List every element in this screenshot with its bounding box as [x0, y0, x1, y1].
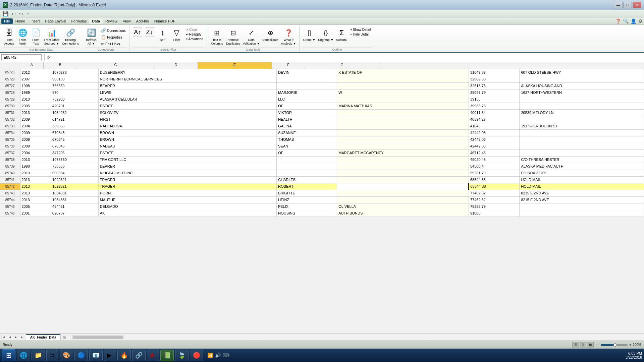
cell-b[interactable]: 766659 — [51, 82, 99, 89]
customize-qa[interactable]: ▼ — [26, 12, 30, 15]
cell-c[interactable]: NORTHERN TECHNICAL SERVICES — [98, 76, 277, 82]
cell-a[interactable]: 1998 — [20, 163, 51, 170]
cell-a[interactable]: 2007 — [20, 76, 51, 82]
cell-f[interactable]: 46712.48 — [469, 149, 519, 156]
cell-f[interactable]: 77462.32 — [469, 196, 519, 203]
cell-f[interactable]: 54500.4 — [469, 163, 519, 170]
data-validation-button[interactable]: ✓ DataValidation ▼ — [242, 27, 261, 46]
menu-insert[interactable]: Insert — [28, 18, 43, 24]
row-number[interactable]: 85746 — [0, 210, 20, 217]
cell-a[interactable]: 2013 — [20, 176, 51, 183]
cell-e[interactable] — [337, 76, 469, 82]
taskbar-acrobat[interactable]: A — [147, 350, 159, 361]
cell-g[interactable]: C/O THRESA HESTER — [520, 156, 644, 163]
cell-d[interactable]: THOMAS — [277, 136, 337, 143]
cell-d[interactable]: HEALTH — [277, 116, 337, 123]
taskbar-folder[interactable]: 🗂 — [46, 350, 58, 361]
cell-g[interactable] — [520, 76, 644, 82]
start-button[interactable]: ⊞ — [2, 349, 15, 361]
page-break-button[interactable]: ⊞ — [587, 342, 594, 348]
cell-a[interactable]: 2005 — [20, 103, 51, 109]
cell-b[interactable]: 347206 — [51, 149, 99, 156]
cell-b[interactable]: 434451 — [51, 203, 99, 210]
cell-d[interactable]: SEAN — [277, 143, 337, 149]
cell-b[interactable]: 752933 — [51, 96, 99, 103]
cell-a[interactable]: 2013 — [20, 156, 51, 163]
cell-c[interactable]: DUSENBERRY — [98, 69, 277, 76]
sort-az-button[interactable]: A↑ — [132, 27, 143, 38]
cell-b[interactable]: 670845 — [51, 136, 99, 143]
redo-icon[interactable]: ↪ — [18, 11, 24, 16]
cell-b[interactable]: 420701 — [51, 103, 99, 109]
cell-g[interactable] — [520, 116, 644, 123]
cell-b[interactable]: 1022621 — [51, 176, 99, 183]
cell-e[interactable] — [337, 109, 469, 116]
cell-e[interactable] — [337, 136, 469, 143]
cell-d[interactable]: FELIX — [277, 203, 337, 210]
row-number[interactable]: 85729 — [0, 96, 20, 103]
cell-a[interactable]: 1998 — [20, 82, 51, 89]
cell-c[interactable]: RADJABOVA — [98, 123, 277, 129]
cell-d[interactable]: MARJORIE — [277, 89, 337, 96]
cell-c[interactable]: ALASKA 3 CELLULAR — [98, 96, 277, 103]
cell-b[interactable]: 970 — [51, 89, 99, 96]
col-header-d[interactable]: D — [154, 62, 198, 69]
sheet-tab-ak-finder[interactable]: AK_Finder_Data — [26, 334, 61, 340]
hide-detail-button[interactable]: − Hide Detail — [349, 32, 372, 37]
cell-a[interactable]: 2009 — [20, 143, 51, 149]
name-box[interactable] — [1, 54, 42, 60]
remove-duplicates-button[interactable]: ⊟ RemoveDuplicates — [225, 27, 241, 46]
cell-e[interactable] — [337, 123, 469, 129]
cell-e[interactable] — [337, 156, 469, 163]
cell-c[interactable]: KIUGPAGMIUT INC — [98, 170, 277, 176]
cell-c[interactable]: TRA CORT LLC — [98, 156, 277, 163]
cell-g[interactable]: HOLD MAIL — [520, 183, 644, 190]
cell-a[interactable]: 2012 — [20, 69, 51, 76]
cell-g[interactable] — [520, 129, 644, 136]
existing-connections-button[interactable]: 🔗 ExistingConnections — [61, 27, 80, 46]
sort-button[interactable]: ↕ Sort — [156, 27, 169, 42]
cell-g[interactable]: 8215 E 2ND AVE — [520, 196, 644, 203]
cell-e[interactable] — [337, 176, 469, 183]
zoom-slider[interactable] — [601, 344, 628, 346]
row-number[interactable]: 85740 — [0, 170, 20, 176]
connections-button[interactable]: 🔗 Connections — [100, 27, 127, 34]
cell-g[interactable]: 20539 MELODY LN — [520, 109, 644, 116]
cell-f[interactable]: 32613.75 — [469, 82, 519, 89]
cell-g[interactable]: PO BOX 32209 — [520, 170, 644, 176]
cell-g[interactable] — [520, 210, 644, 217]
cell-a[interactable]: 2004 — [20, 149, 51, 156]
cell-d[interactable] — [277, 170, 337, 176]
row-number[interactable]: 85727 — [0, 82, 20, 89]
cell-f[interactable]: 68544.38 — [469, 176, 519, 183]
cell-f[interactable]: 55261.79 — [469, 170, 519, 176]
sheet-nav-last[interactable]: ►| — [19, 335, 26, 339]
row-number[interactable]: 85731 — [0, 109, 20, 116]
clock[interactable]: 6:03 PM 3/22/2016 — [626, 351, 642, 359]
cell-f[interactable]: 39097.79 — [469, 89, 519, 96]
cell-a[interactable]: 2005 — [20, 203, 51, 210]
row-number[interactable]: 85734 — [0, 129, 20, 136]
taskbar-explorer[interactable]: 🌐 — [17, 350, 30, 361]
cell-f[interactable]: 40594.27 — [469, 116, 519, 123]
menu-nuance[interactable]: Nuance PDF — [152, 18, 178, 24]
reapply-button[interactable]: ↩ Reapply — [184, 32, 205, 37]
cell-b[interactable]: 670845 — [51, 143, 99, 149]
cell-g[interactable]: 8215 E 2ND AVE — [520, 190, 644, 196]
taskbar-files[interactable]: 📁 — [32, 350, 45, 361]
cell-c[interactable]: SOLOVIEV — [98, 109, 277, 116]
cell-b[interactable]: 1034381 — [51, 196, 99, 203]
cell-g[interactable]: HOLD MAIL — [520, 176, 644, 183]
cell-d[interactable]: OF — [277, 149, 337, 156]
page-layout-button[interactable]: ⊟ — [580, 342, 586, 348]
cell-d[interactable]: DEVIN — [277, 69, 337, 76]
col-header-e[interactable]: E — [198, 62, 272, 69]
cell-e[interactable]: AUTH BONDS — [337, 210, 469, 217]
row-number[interactable]: 85744 — [0, 196, 20, 203]
cell-c[interactable]: BROWN — [98, 136, 277, 143]
keyboard-icon[interactable]: ⌨ — [223, 353, 229, 358]
undo-icon[interactable]: ↩ — [10, 11, 17, 16]
cell-f[interactable]: 68544.38 — [469, 183, 519, 190]
cell-a[interactable]: 2009 — [20, 116, 51, 123]
cell-b[interactable]: 614721 — [51, 116, 99, 123]
